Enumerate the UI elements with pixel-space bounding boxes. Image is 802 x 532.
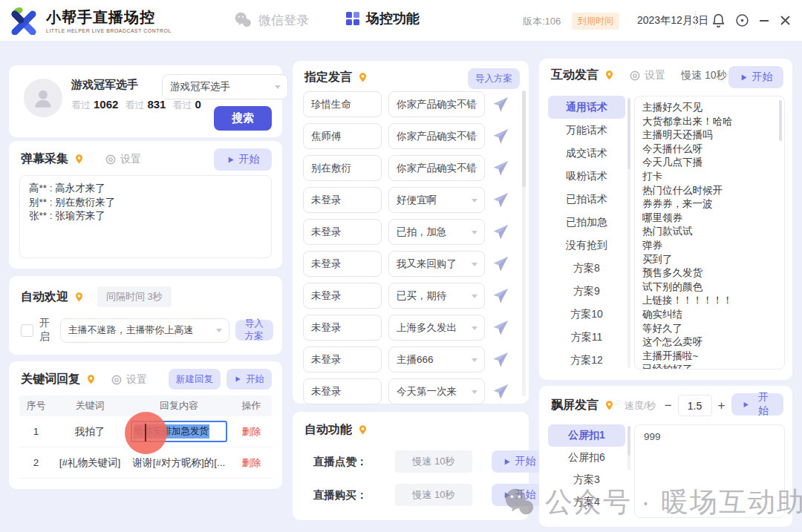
script-tab[interactable]: 成交话术 <box>548 142 625 165</box>
script-tab[interactable]: 方案8 <box>548 257 625 280</box>
account-select[interactable]: 游戏冠军选手 <box>162 74 288 99</box>
minimize-button[interactable] <box>756 12 772 28</box>
keyword-start-button[interactable]: 开始 <box>226 369 272 390</box>
script-tab[interactable]: 万能话术 <box>548 119 625 142</box>
keyword-settings-button[interactable]: 设置 <box>111 373 147 387</box>
wechat-login-button[interactable]: 微信登录 <box>233 10 309 30</box>
script-tab[interactable]: 方案10 <box>548 303 625 326</box>
scrollbar-thumb[interactable] <box>627 99 630 169</box>
send-icon[interactable] <box>492 128 509 145</box>
message-select[interactable]: 你家产品确实不错 <box>388 123 485 149</box>
autofn-start-button[interactable]: 开始 <box>492 450 547 473</box>
autofn-row: 直播购买： 慢速 10秒 开始 <box>313 484 547 506</box>
new-reply-button[interactable]: 新建回复 <box>169 369 221 390</box>
send-icon[interactable] <box>492 255 509 273</box>
danmu-message-box: 高** : 高永才来了别** : 别在敷衍来了张** : 张瑜芳来了 <box>19 175 272 258</box>
script-tab[interactable]: 吸粉话术 <box>548 165 625 188</box>
scrollbar-track[interactable] <box>522 91 526 396</box>
send-icon[interactable] <box>492 191 509 209</box>
chevron-down-icon <box>472 358 477 362</box>
interactive-message: 券券券，来一波 <box>642 197 777 211</box>
danmu-start-button[interactable]: 开始 <box>214 148 272 171</box>
scrollbar-thumb[interactable] <box>779 100 782 141</box>
autofn-start-button[interactable]: 开始 <box>492 484 547 506</box>
danmu-settings-button[interactable]: 设置 <box>105 153 141 166</box>
floating-start-button[interactable]: 开始 <box>731 393 783 416</box>
script-tab[interactable]: 没有抢到 <box>548 234 625 257</box>
floating-speech-card: 飘屏发言 速度/秒 − 1.5 + 开始 公屏扣1公屏扣6方案3方案4 9 <box>539 386 792 527</box>
close-button[interactable] <box>777 12 793 28</box>
notification-bell-icon[interactable] <box>710 12 726 28</box>
interactive-message: 主播开播啦~ <box>642 349 777 364</box>
speaker-name-input[interactable]: 别在敷衍 <box>303 155 382 181</box>
message-select[interactable]: 你家产品确实不错 <box>388 155 485 181</box>
send-icon[interactable] <box>492 383 509 401</box>
floating-tab[interactable]: 方案3 <box>548 469 625 491</box>
message-select[interactable]: 已买，期待 <box>388 283 485 309</box>
speaker-name-input[interactable]: 未登录 <box>303 378 382 404</box>
script-tab[interactable]: 已拍加急 <box>548 211 625 234</box>
speed-decrease-button[interactable]: − <box>665 399 672 412</box>
account-select-value: 游戏冠军选手 <box>170 80 230 93</box>
send-icon[interactable] <box>492 351 509 369</box>
script-tab[interactable]: 已拍话术 <box>548 188 625 211</box>
message-select[interactable]: 好便宜啊 <box>388 187 485 213</box>
speaker-name-input[interactable]: 珍惜生命 <box>303 91 382 117</box>
floating-tab[interactable]: 方案4 <box>548 491 625 513</box>
settings-icon[interactable] <box>734 12 750 28</box>
message-select[interactable]: 你家产品确实不错 <box>388 91 485 117</box>
floating-tab[interactable]: 公屏扣6 <box>548 447 625 469</box>
speaker-name-input[interactable]: 未登录 <box>303 283 382 309</box>
floating-content-box[interactable]: 999 <box>634 424 785 518</box>
message-select[interactable]: 主播666 <box>388 347 485 372</box>
message-select[interactable]: 已拍，加急 <box>388 219 485 245</box>
message-select[interactable]: 我又来回购了 <box>388 251 485 277</box>
speed-increase-button[interactable]: + <box>718 399 726 412</box>
speaker-name-input[interactable]: 未登录 <box>303 315 382 341</box>
scrollbar-thumb[interactable] <box>522 91 526 187</box>
delete-link[interactable]: 删除 <box>231 425 272 439</box>
send-icon[interactable] <box>492 160 509 177</box>
delete-link[interactable]: 删除 <box>231 456 272 470</box>
floating-tab[interactable]: 公屏扣1 <box>548 424 625 447</box>
welcome-template-select[interactable]: 主播不迷路，主播带你上高速！ <box>60 318 229 343</box>
chevron-down-icon <box>275 85 281 89</box>
message-select[interactable]: 上海多久发出 <box>388 315 485 341</box>
grid-icon <box>346 12 359 25</box>
send-icon[interactable] <box>492 96 509 114</box>
interactive-message: 打卡 <box>642 170 777 184</box>
designated-import-button[interactable]: 导入方案 <box>468 68 520 89</box>
speaker-name-input[interactable]: 未登录 <box>303 219 382 245</box>
scrollbar-track[interactable] <box>627 97 630 368</box>
script-tab[interactable]: 方案12 <box>548 349 625 372</box>
floating-speed-label: 速度/秒 <box>625 399 656 413</box>
send-icon[interactable] <box>492 319 509 337</box>
welcome-enable-checkbox[interactable] <box>21 324 33 337</box>
speaker-name-input[interactable]: 焦师傅 <box>303 123 382 149</box>
message-select[interactable]: 今天第一次来 <box>388 378 485 404</box>
welcome-import-button[interactable]: 导入方案 <box>235 320 273 341</box>
send-icon[interactable] <box>492 287 509 305</box>
search-button[interactable]: 搜索 <box>214 106 272 131</box>
cursor-touch-indicator <box>125 412 167 454</box>
interactive-message: 今天播什么呀 <box>642 142 777 157</box>
nav-field-control[interactable]: 场控功能 <box>346 10 420 27</box>
interactive-message: 哪里领券 <box>642 211 777 226</box>
floating-title: 飘屏发言 <box>551 398 599 413</box>
gear-icon <box>111 374 123 386</box>
script-tab[interactable]: 方案9 <box>548 280 625 303</box>
script-tab[interactable]: 方案11 <box>548 326 625 349</box>
speaker-name-input[interactable]: 未登录 <box>303 347 382 372</box>
interactive-start-button[interactable]: 开始 <box>728 66 783 88</box>
speaker-name-input[interactable]: 未登录 <box>303 187 382 213</box>
scrollbar-thumb[interactable] <box>627 426 630 456</box>
designated-row: 未登录 好便宜啊 <box>303 188 509 212</box>
speaker-name-input[interactable]: 未登录 <box>303 251 382 277</box>
scrollbar-track[interactable] <box>627 426 630 470</box>
chevron-down-icon <box>472 263 477 266</box>
script-tab[interactable]: 通用话术 <box>548 96 625 119</box>
interactive-settings-button[interactable]: 设置 <box>629 69 665 82</box>
autofn-label: 直播购买： <box>313 488 385 502</box>
send-icon[interactable] <box>492 223 509 241</box>
person-icon <box>30 85 56 111</box>
